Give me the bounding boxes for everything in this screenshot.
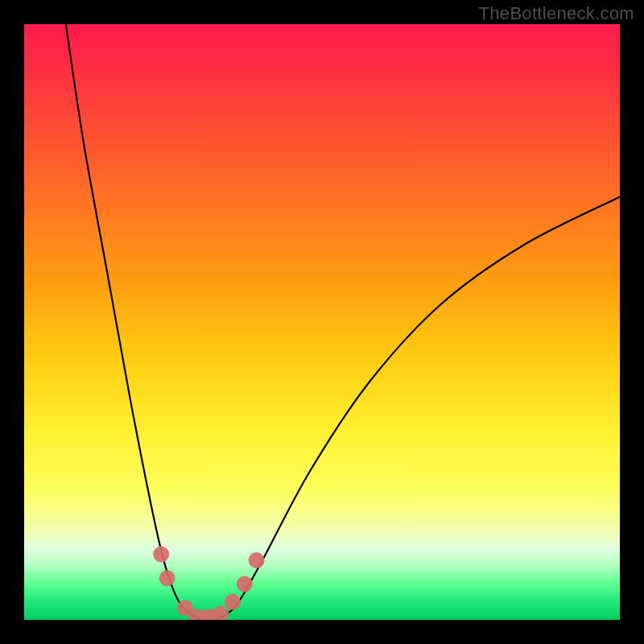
curve-marker	[159, 570, 175, 586]
bottleneck-curve-line	[66, 24, 620, 620]
curve-marker	[249, 552, 265, 568]
chart-svg	[24, 24, 620, 620]
chart-frame: TheBottleneck.com	[0, 0, 644, 644]
attribution-text: TheBottleneck.com	[479, 3, 634, 24]
curve-marker	[213, 606, 229, 620]
curve-markers	[153, 547, 264, 620]
curve-marker	[153, 547, 169, 563]
plot-area	[24, 24, 620, 620]
curve-marker	[225, 594, 241, 610]
curve-marker	[237, 576, 253, 592]
